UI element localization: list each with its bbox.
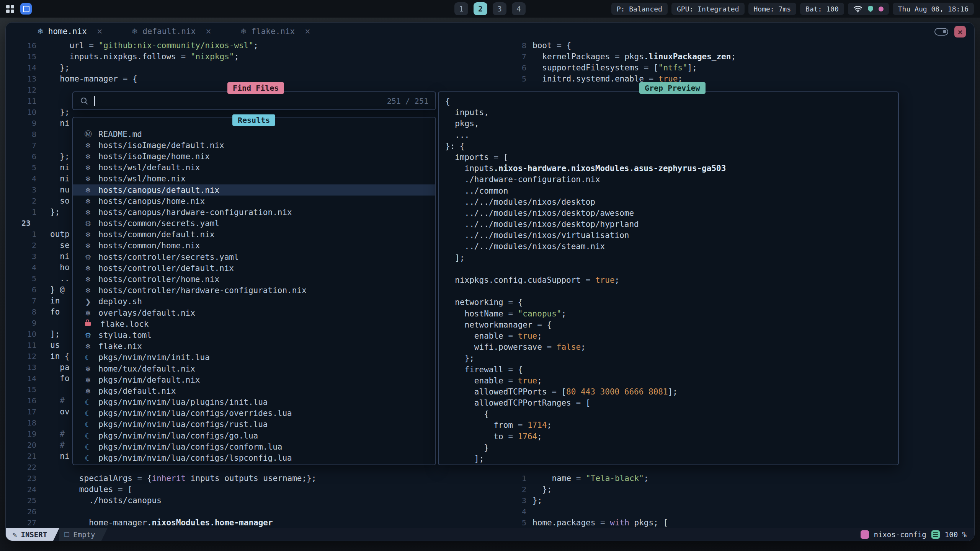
results-panel[interactable]: ⓂREADME.md❄hosts/isoImage/default.nix❄ho…: [72, 117, 436, 465]
lua-file-icon: ☾: [83, 432, 93, 440]
finder-result[interactable]: ❄hosts/controller/default.nix: [73, 262, 435, 274]
line-number: 8: [6, 306, 36, 318]
finder-result[interactable]: ☾pkgs/nvim/nvim/lua/configs/overrides.lu…: [73, 408, 435, 419]
line-number: 23: [6, 218, 36, 229]
finder-result[interactable]: ❄hosts/common/default.nix: [73, 229, 435, 240]
lua-file-icon: ☾: [83, 409, 93, 417]
line-number: 5: [6, 273, 36, 284]
nix-file-icon: ❄: [83, 186, 93, 194]
preview-line: firewall = {: [445, 364, 898, 375]
tab-default.nix[interactable]: ❄default.nix×: [117, 23, 225, 40]
finder-result[interactable]: flake.lock: [73, 318, 435, 329]
finder-result[interactable]: ❄hosts/canopus/default.nix: [73, 184, 435, 196]
finder-result[interactable]: ❄hosts/common/home.nix: [73, 240, 435, 251]
finder-result[interactable]: ❄hosts/wsl/default.nix: [73, 162, 435, 173]
result-counter: 251 / 251: [387, 96, 428, 106]
line-number: 22: [6, 462, 36, 473]
line-number: 1: [505, 473, 526, 484]
finder-result[interactable]: ❄hosts/canopus/hardware-configuration.ni…: [73, 207, 435, 218]
file-name: pkgs/nvim/nvim/lua/configs/overrides.lua: [98, 409, 292, 418]
buffer-tabbar: ❄home.nix×❄default.nix×❄flake.nix×: [6, 23, 974, 40]
line-number: 3: [6, 251, 36, 262]
workspace-3[interactable]: 3: [493, 2, 506, 15]
preview-panel[interactable]: { inputs, pkgs, ...}: { imports = [ inpu…: [438, 91, 899, 465]
lua-file-icon: ☾: [83, 443, 93, 451]
line-number: 10: [6, 107, 36, 118]
finder-result[interactable]: ❄hosts/canopus/home.nix: [73, 196, 435, 207]
finder-result[interactable]: ☾pkgs/nvim/nvim/lua/plugins/init.lua: [73, 397, 435, 408]
finder-result[interactable]: ⚙hosts/common/secrets.yaml: [73, 218, 435, 229]
line-number: 17: [6, 406, 36, 417]
close-tab-icon[interactable]: ×: [305, 26, 310, 37]
finder-result[interactable]: ❄hosts/isoImage/default.nix: [73, 140, 435, 151]
finder-result[interactable]: ❯deploy.sh: [73, 296, 435, 307]
file-name: hosts/controller/hardware-configuration.…: [98, 286, 307, 295]
close-tab-icon[interactable]: ×: [97, 26, 102, 37]
line-number: 15: [6, 51, 36, 62]
workspace-4[interactable]: 4: [512, 2, 526, 15]
preview-line: ../../modules/nixos/virtualisation: [445, 230, 898, 241]
file-name: README.md: [98, 130, 142, 139]
battery-module[interactable]: Bat: 100: [800, 3, 844, 15]
line-number: 9: [6, 318, 36, 329]
file-name: hosts/wsl/home.nix: [98, 174, 186, 183]
line-number: 6: [6, 151, 36, 162]
finder-result[interactable]: ❄overlays/default.nix: [73, 307, 435, 318]
preview-line: ...: [445, 130, 898, 141]
yaml-file-icon: ⚙: [83, 253, 93, 261]
finder-result[interactable]: ⚙hosts/controller/secrets.yaml: [73, 251, 435, 262]
wifi-icon: [853, 5, 862, 13]
finder-result[interactable]: ❄hosts/isoImage/home.nix: [73, 151, 435, 162]
line-number: 1: [6, 229, 36, 240]
notification-dot-icon: [879, 7, 884, 11]
gpu-module[interactable]: GPU: Integrated: [671, 3, 745, 15]
power-profile-module[interactable]: P: Balanced: [611, 3, 668, 15]
launcher-icon[interactable]: [6, 5, 14, 13]
nix-file-icon: ❄: [83, 230, 93, 239]
finder-result[interactable]: ❄flake.nix: [73, 341, 435, 352]
file-name: flake.lock: [100, 320, 149, 329]
close-tab-icon[interactable]: ×: [206, 26, 211, 37]
line-number: 13: [6, 73, 36, 85]
line-number: 7: [6, 295, 36, 306]
line-number: 12: [6, 85, 36, 96]
finder-result[interactable]: ☾pkgs/nvim/nvim/lua/configs/lspconfig.lu…: [73, 452, 435, 463]
finder-result[interactable]: ☾pkgs/nvim/nvim/lua/configs/rust.lua: [73, 419, 435, 430]
finder-result[interactable]: ⓂREADME.md: [73, 129, 435, 140]
tray-module[interactable]: [848, 3, 889, 15]
finder-result[interactable]: ⚙stylua.toml: [73, 329, 435, 341]
finder-result[interactable]: ❄hosts/controller/hardware-configuration…: [73, 285, 435, 296]
pinned-app-icon[interactable]: [20, 3, 32, 15]
finder-result[interactable]: ☾pkgs/nvim/nvim/init.lua: [73, 352, 435, 363]
finder-result[interactable]: ❄pkgs/default.nix: [73, 385, 435, 396]
finder-result[interactable]: ☾pkgs/nvim/nvim/lua/configs/conform.lua: [73, 441, 435, 452]
code-line: 27 home-manager.nixosModules.home-manage…: [6, 517, 316, 528]
shield-icon: [867, 5, 874, 12]
code-line: 15 inputs.nixpkgs.follows = "nixpkgs";: [6, 51, 258, 62]
finder-result[interactable]: ❄hosts/controller/home.nix: [73, 274, 435, 285]
clock-module[interactable]: Thu Aug 08, 18:16: [893, 3, 974, 15]
preview-line: imports = [: [445, 152, 898, 163]
line-number: 26: [6, 506, 36, 517]
window-controls: ×: [934, 26, 966, 37]
workspace-1[interactable]: 1: [454, 2, 468, 15]
buffer-icon: ☐: [64, 531, 70, 538]
editor-pane-right-top[interactable]: 8boot = {7 kernelPackages = pkgs.linuxPa…: [505, 40, 736, 85]
workspace-2[interactable]: 2: [474, 2, 487, 15]
line-number: 14: [6, 373, 36, 384]
nix-icon: ❄: [37, 27, 44, 36]
finder-result[interactable]: ❄pkgs/nvim/default.nix: [73, 374, 435, 385]
tab-flake.nix[interactable]: ❄flake.nix×: [226, 23, 325, 40]
tab-home.nix[interactable]: ❄home.nix×: [23, 23, 117, 40]
finder-result[interactable]: ☾pkgs/nvim/nvim/lua/configs/go.lua: [73, 430, 435, 441]
line-number: 4: [6, 173, 36, 184]
view-toggle-icon[interactable]: [934, 28, 948, 36]
finder-prompt[interactable]: 251 / 251: [72, 91, 436, 110]
ping-module[interactable]: Home: 7ms: [748, 3, 797, 15]
file-name: hosts/canopus/home.nix: [98, 197, 205, 206]
line-number: 7: [6, 140, 36, 151]
close-window-button[interactable]: ×: [954, 26, 966, 37]
finder-result[interactable]: ❄hosts/wsl/home.nix: [73, 173, 435, 184]
editor-pane-right-bottom[interactable]: 1 name = "Tela-black";2 };3};45home.pack…: [505, 473, 668, 528]
finder-result[interactable]: ❄home/tux/default.nix: [73, 363, 435, 374]
